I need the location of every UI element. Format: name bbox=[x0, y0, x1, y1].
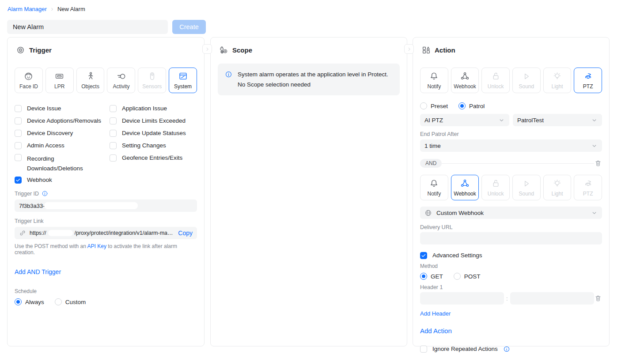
checkbox[interactable] bbox=[110, 105, 117, 112]
camera-select[interactable]: AI PTZ bbox=[420, 114, 509, 126]
checkbox-device-adoptions[interactable]: Device Adoptions/Removals bbox=[15, 115, 110, 127]
checkbox-device-discovery[interactable]: Device Discovery bbox=[15, 127, 110, 139]
breadcrumb: Alarm Manager New Alarm bbox=[8, 6, 85, 12]
chevron-right-icon bbox=[205, 46, 210, 52]
checkbox[interactable] bbox=[110, 154, 117, 162]
action-panel: Action Notify Webhook Unlock Sound Light… bbox=[413, 37, 610, 346]
tab-system[interactable]: System bbox=[169, 68, 197, 93]
copy-link-button[interactable]: Copy bbox=[178, 229, 193, 237]
info-icon[interactable] bbox=[42, 190, 48, 197]
trash-icon[interactable] bbox=[594, 159, 602, 167]
header-name-input[interactable] bbox=[420, 292, 504, 305]
trigger-checkbox-grid: Device Issue Device Adoptions/Removals D… bbox=[15, 102, 197, 186]
webhook-type-select[interactable]: Custom Webhook bbox=[420, 207, 602, 219]
radio[interactable] bbox=[55, 298, 62, 305]
action-webhook-button[interactable]: Webhook bbox=[451, 68, 479, 93]
radio-get[interactable]: GET bbox=[420, 273, 443, 280]
patrol-select[interactable]: PatrolTest bbox=[513, 114, 602, 126]
action-ptz-button[interactable]: PTZ bbox=[574, 68, 602, 93]
lock-icon bbox=[491, 179, 500, 188]
checkbox[interactable] bbox=[110, 117, 117, 124]
radio[interactable] bbox=[454, 273, 461, 280]
trigger-tab-row: Face ID LPR Objects Activity Sensors Sys… bbox=[15, 68, 197, 93]
action2-webhook-button[interactable]: Webhook bbox=[451, 175, 479, 200]
redaction-overlay bbox=[44, 202, 138, 209]
checkbox-checked[interactable] bbox=[420, 252, 427, 259]
collapse-trigger-button[interactable] bbox=[202, 44, 212, 54]
create-button[interactable]: Create bbox=[172, 20, 206, 34]
add-and-trigger-link[interactable]: Add AND Trigger bbox=[15, 268, 197, 275]
advanced-settings-checkbox[interactable]: Advanced Settings bbox=[420, 251, 602, 260]
header-value-input[interactable] bbox=[510, 292, 594, 305]
method-radio-group: GET POST bbox=[420, 273, 602, 280]
radio-preset[interactable]: Preset bbox=[420, 102, 448, 109]
face-id-icon bbox=[24, 71, 33, 81]
add-action-link[interactable]: Add Action bbox=[420, 327, 602, 335]
end-patrol-label: End Patrol After bbox=[420, 131, 602, 137]
schedule-label: Schedule bbox=[15, 288, 197, 294]
radio-patrol[interactable]: Patrol bbox=[458, 102, 485, 109]
delivery-url-input[interactable] bbox=[420, 232, 602, 244]
checkbox-application-issue[interactable]: Application Issue bbox=[110, 102, 197, 115]
webhook-icon bbox=[460, 179, 470, 188]
end-patrol-select[interactable]: 1 time bbox=[420, 139, 602, 152]
checkbox[interactable] bbox=[110, 130, 117, 137]
collapse-scope-button[interactable] bbox=[404, 44, 414, 54]
schedule-radio-group: Always Custom bbox=[15, 298, 197, 305]
chevron-right-icon bbox=[406, 46, 412, 52]
radio-selected[interactable] bbox=[15, 298, 22, 305]
radio-selected[interactable] bbox=[458, 102, 466, 109]
checkbox-setting-changes[interactable]: Setting Changes bbox=[110, 139, 197, 152]
action-notify-button[interactable]: Notify bbox=[420, 68, 448, 93]
info-icon[interactable] bbox=[503, 346, 510, 353]
action2-notify-button[interactable]: Notify bbox=[420, 175, 448, 200]
add-header-link[interactable]: Add Header bbox=[420, 310, 602, 317]
action-unlock-button: Unlock bbox=[481, 68, 510, 93]
checkbox-webhook[interactable]: Webhook bbox=[15, 174, 110, 186]
trigger-title: Trigger bbox=[29, 46, 52, 54]
checkbox[interactable] bbox=[15, 130, 22, 137]
checkbox-geofence[interactable]: Geofence Entries/Exits bbox=[110, 152, 197, 164]
tab-face-id[interactable]: Face ID bbox=[15, 68, 43, 93]
action2-light-button: Light bbox=[543, 175, 572, 200]
activity-icon bbox=[117, 71, 126, 81]
radio[interactable] bbox=[420, 102, 427, 109]
scope-info-text: System alarm operates at the application… bbox=[238, 69, 393, 90]
api-key-link[interactable]: API Key bbox=[87, 243, 106, 249]
checkbox[interactable] bbox=[420, 346, 427, 353]
breadcrumb-alarm-manager-link[interactable]: Alarm Manager bbox=[8, 6, 47, 12]
tab-objects[interactable]: Objects bbox=[76, 68, 105, 93]
radio-post[interactable]: POST bbox=[454, 273, 481, 280]
trigger-id-input[interactable]: 7f3b3a33- bbox=[15, 199, 197, 212]
action-button-row-1: Notify Webhook Unlock Sound Light PTZ bbox=[420, 68, 602, 93]
trash-icon[interactable] bbox=[594, 294, 602, 302]
ignore-repeated-actions-checkbox[interactable]: Ignore Repeated Actions bbox=[420, 344, 602, 354]
radio-selected[interactable] bbox=[420, 273, 427, 280]
divider-line bbox=[442, 163, 594, 164]
and-divider: AND bbox=[420, 158, 602, 168]
checkbox-checked[interactable] bbox=[15, 177, 22, 184]
radio-custom[interactable]: Custom bbox=[55, 298, 86, 305]
checkbox-device-issue[interactable]: Device Issue bbox=[15, 102, 110, 115]
tab-lpr[interactable]: LPR bbox=[45, 68, 74, 93]
checkbox[interactable] bbox=[110, 142, 117, 149]
checkbox-recording-downloads[interactable]: Recording Downloads/Deletions bbox=[15, 152, 110, 174]
checkbox[interactable] bbox=[15, 117, 22, 124]
checkbox[interactable] bbox=[15, 142, 22, 149]
lock-icon bbox=[491, 71, 500, 81]
checkbox-device-update[interactable]: Device Update Statuses bbox=[110, 127, 197, 139]
action2-unlock-button: Unlock bbox=[481, 175, 510, 200]
alarm-name-input[interactable] bbox=[7, 20, 168, 34]
trigger-link-input[interactable]: https:// /proxy/protect/integration/v1/a… bbox=[15, 227, 197, 239]
radio-always[interactable]: Always bbox=[15, 298, 44, 305]
checkbox-admin-access[interactable]: Admin Access bbox=[15, 139, 110, 152]
checkbox-device-limits[interactable]: Device Limits Exceeded bbox=[110, 115, 197, 127]
checkbox[interactable] bbox=[15, 105, 22, 112]
play-icon bbox=[522, 71, 531, 81]
action-grid-icon bbox=[422, 46, 430, 54]
checkbox[interactable] bbox=[15, 154, 22, 161]
info-icon bbox=[225, 71, 232, 90]
scope-header: Scope bbox=[220, 45, 400, 54]
ptz-rotate-icon bbox=[583, 179, 593, 188]
tab-activity[interactable]: Activity bbox=[107, 68, 135, 93]
